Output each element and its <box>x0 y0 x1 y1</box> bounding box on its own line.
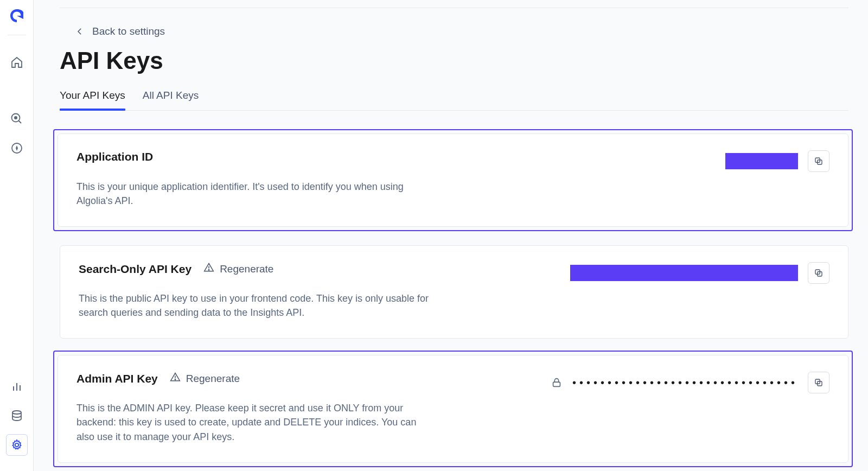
svg-point-16 <box>175 379 176 380</box>
regenerate-admin-key-button[interactable]: Regenerate <box>170 372 240 385</box>
nav-search-icon[interactable] <box>6 108 28 130</box>
svg-point-8 <box>15 443 18 447</box>
svg-rect-17 <box>553 382 560 386</box>
tab-your-api-keys[interactable]: Your API Keys <box>60 90 125 110</box>
nav-data-icon[interactable] <box>6 405 28 427</box>
copy-application-id-button[interactable] <box>808 150 829 172</box>
lock-icon <box>551 377 563 389</box>
card-description: This is the public API key to use in you… <box>79 291 437 320</box>
svg-line-2 <box>18 121 21 124</box>
application-id-card: Application ID This is your unique appli… <box>58 133 848 227</box>
application-id-value-redacted <box>725 153 798 169</box>
divider <box>60 8 848 8</box>
algolia-logo-icon <box>9 8 25 24</box>
page-title: API Keys <box>60 47 848 74</box>
copy-search-key-button[interactable] <box>808 262 829 284</box>
tabs: Your API Keys All API Keys <box>60 90 848 111</box>
regenerate-label: Regenerate <box>186 373 240 385</box>
nav-recommend-icon[interactable] <box>6 137 28 159</box>
svg-point-12 <box>208 270 209 271</box>
card-description: This is your unique application identifi… <box>76 180 435 208</box>
admin-api-key-card-highlight: Admin API Key Regenerate •••••••••••••••… <box>53 351 853 467</box>
regenerate-search-key-button[interactable]: Regenerate <box>203 262 273 276</box>
nav-home-icon[interactable] <box>6 52 28 73</box>
back-to-settings-link[interactable]: Back to settings <box>75 26 165 37</box>
back-label: Back to settings <box>92 26 165 37</box>
sidebar <box>0 0 34 471</box>
card-title: Search-Only API Key <box>79 263 192 276</box>
application-id-card-highlight: Application ID This is your unique appli… <box>53 129 853 231</box>
admin-api-key-card: Admin API Key Regenerate •••••••••••••••… <box>58 355 848 462</box>
search-api-key-card-wrap: Search-Only API Key Regenerate This is t… <box>60 245 848 339</box>
warning-icon <box>170 372 181 385</box>
card-title: Admin API Key <box>76 372 158 385</box>
admin-api-key-masked: •••••••••••••••••••••••••••••••• <box>572 377 798 389</box>
search-api-key-value-redacted <box>570 265 798 281</box>
tab-all-api-keys[interactable]: All API Keys <box>143 90 199 110</box>
divider <box>8 35 26 35</box>
warning-icon <box>203 262 214 276</box>
svg-point-1 <box>14 116 17 119</box>
search-api-key-card: Search-Only API Key Regenerate This is t… <box>60 245 848 339</box>
regenerate-label: Regenerate <box>220 263 273 275</box>
nav-analytics-icon[interactable] <box>6 375 28 397</box>
main-content: Back to settings API Keys Your API Keys … <box>34 0 868 471</box>
copy-admin-key-button[interactable] <box>808 372 829 393</box>
nav-settings-icon[interactable] <box>6 434 28 456</box>
card-description: This is the ADMIN API key. Please keep i… <box>76 401 435 443</box>
svg-point-7 <box>12 411 21 414</box>
card-title: Application ID <box>76 150 153 163</box>
